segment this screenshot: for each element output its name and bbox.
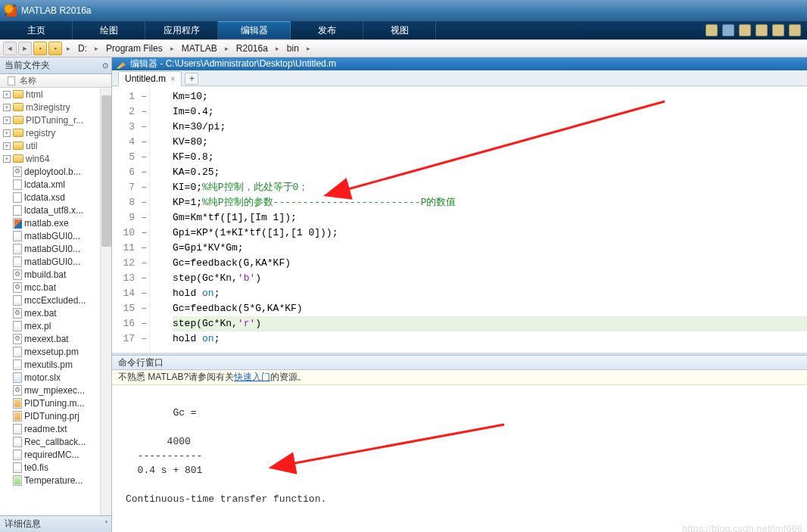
folder-icon [13, 154, 23, 163]
code-line[interactable]: KV=80; [173, 135, 807, 150]
folder-row[interactable]: +util [0, 139, 111, 152]
ribbon-tab-publish[interactable]: 发布 [291, 21, 363, 39]
ribbon-tab-plot[interactable]: 绘图 [73, 21, 145, 39]
file-row[interactable]: matlabGUI0... [0, 242, 111, 255]
nav-up-button[interactable]: ▪ [33, 42, 47, 55]
code-line[interactable]: Gc=feedback(G,KA*KF) [173, 256, 807, 271]
code-line[interactable]: step(Gc*Kn,'r') [173, 316, 807, 331]
expand-icon[interactable]: + [3, 129, 11, 137]
annotation-arrow-2 [226, 404, 512, 498]
folder-icon [13, 116, 23, 124]
file-row[interactable]: Rec_callback... [0, 435, 111, 448]
qa-icon-6[interactable] [789, 24, 801, 36]
file-row[interactable]: mw_mpiexec... [0, 384, 111, 397]
file-row[interactable]: mex.bat [0, 306, 111, 319]
ribbon-tab-home[interactable]: 主页 [0, 21, 73, 39]
chevron-right-icon: ▸ [92, 45, 101, 52]
file-row[interactable]: mexsetup.pm [0, 345, 111, 358]
file-row[interactable]: mbuild.bat [0, 268, 111, 281]
editor-file-tab[interactable]: Untitled.m × [118, 71, 182, 86]
file-row[interactable]: lcdata_utf8.x... [0, 204, 111, 216]
file-row[interactable]: lcdata.xsd [0, 191, 111, 204]
code-line[interactable]: hold on; [173, 331, 807, 347]
code-line[interactable]: G=Gpi*KV*Gm; [173, 241, 807, 256]
folder-row[interactable]: +win64 [0, 152, 111, 165]
breadcrumb-4[interactable]: bin [284, 42, 302, 55]
folder-row[interactable]: +html [0, 88, 111, 101]
file-name: requiredMC... [24, 450, 79, 460]
quick-start-link[interactable]: 快速入门 [234, 371, 270, 384]
ribbon-tab-view[interactable]: 视图 [363, 21, 436, 39]
copy-icon[interactable] [756, 24, 768, 36]
file-row[interactable]: mcc.bat [0, 281, 111, 294]
file-row[interactable]: deploytool.b... [0, 165, 111, 178]
code-line[interactable]: Km=10; [173, 89, 807, 104]
file-row[interactable]: te0.fis [0, 461, 111, 474]
paste-icon[interactable] [772, 24, 784, 36]
code-line[interactable]: KA=0.25; [173, 165, 807, 180]
scrollbar-thumb[interactable] [101, 95, 111, 247]
code-line[interactable]: KP=1;%纯P控制的参数-------------------------P的… [173, 195, 807, 210]
file-row[interactable]: mex.pl [0, 319, 111, 332]
gutter-line: 3– [112, 120, 149, 135]
new-tab-button[interactable]: + [185, 73, 198, 85]
breadcrumb-3[interactable]: R2016a [233, 42, 271, 55]
watermark-text: https://blog.csdn.net/lmf666 [682, 521, 802, 532]
expand-icon[interactable]: + [3, 104, 11, 111]
file-name: PIDTuning.m... [24, 398, 85, 409]
folder-row[interactable]: +PIDTuning_r... [0, 114, 111, 126]
breadcrumb-1[interactable]: Program Files [103, 42, 166, 55]
file-row[interactable]: mexext.bat [0, 332, 111, 345]
ribbon-tab-apps[interactable]: 应用程序 [145, 21, 218, 39]
file-row[interactable]: mccExcluded... [0, 294, 111, 306]
nav-back-button[interactable]: ◄ [3, 42, 17, 55]
file-icon [13, 475, 22, 486]
file-icon [13, 308, 22, 319]
code-line[interactable]: step(Gc*Kn,'b') [173, 271, 807, 286]
code-line[interactable]: KF=0.8; [173, 150, 807, 165]
code-line[interactable]: Gm=Km*tf([1],[Im 1]); [173, 210, 807, 226]
breadcrumb-0[interactable]: D: [75, 42, 90, 55]
save-icon[interactable] [722, 24, 734, 36]
breadcrumb-2[interactable]: MATLAB [179, 42, 220, 55]
code-line[interactable]: Kn=30/pi; [173, 120, 807, 135]
qa-icon-1[interactable] [706, 24, 718, 36]
file-row[interactable]: matlabGUI0... [0, 255, 111, 268]
file-name: mexsetup.pm [24, 347, 79, 357]
close-tab-icon[interactable]: × [170, 74, 175, 83]
expand-icon[interactable]: + [3, 155, 11, 163]
code-line[interactable]: Im=0.4; [173, 104, 807, 120]
gutter-line: 8– [112, 195, 149, 210]
code-line[interactable]: KI=0;%纯P控制，此处等于0； [173, 180, 807, 195]
file-row[interactable]: readme.txt [0, 422, 111, 435]
command-output[interactable]: Gc = 4000 ----------- 0.4 s + 801 Contin… [112, 385, 807, 532]
chevron-up-icon[interactable]: ˄ [104, 520, 108, 528]
file-row[interactable]: Temperature... [0, 474, 111, 487]
nav-fwd-button[interactable]: ► [18, 42, 32, 55]
scrollbar-track[interactable] [100, 88, 111, 515]
file-row[interactable]: lcdata.xml [0, 178, 111, 191]
pane-menu-icon[interactable]: ⊙ [102, 61, 108, 70]
nav-recent-button[interactable]: ▪ [48, 42, 62, 55]
folder-row[interactable]: +m3iregistry [0, 101, 111, 114]
file-row[interactable]: requiredMC... [0, 448, 111, 461]
expand-icon[interactable]: + [3, 117, 11, 124]
file-row[interactable]: motor.slx [0, 371, 111, 384]
file-row[interactable]: matlab.exe [0, 216, 111, 229]
file-column-header[interactable]: 名称 [0, 74, 111, 88]
expand-icon[interactable]: + [3, 91, 11, 98]
file-row[interactable]: PIDTuning.m... [0, 397, 111, 409]
expand-icon[interactable]: + [3, 142, 11, 150]
code-editor[interactable]: 1–2–3–4–5–6–7–8–9–10–11–12–13–14–15–16–1… [112, 86, 807, 355]
file-row[interactable]: PIDTuning.prj [0, 409, 111, 422]
cut-icon[interactable] [739, 24, 751, 36]
code-text-area[interactable]: Km=10;Im=0.4;Kn=30/pi;KV=80;KF=0.8;KA=0.… [150, 86, 807, 353]
file-row[interactable]: mexutils.pm [0, 358, 111, 371]
folder-row[interactable]: +registry [0, 126, 111, 139]
file-row[interactable]: matlabGUI0... [0, 229, 111, 242]
code-line[interactable]: Gpi=KP*(1+KI*tf([1],[1 0])); [173, 226, 807, 241]
code-line[interactable]: Gc=feedback(5*G,KA*KF) [173, 301, 807, 316]
code-line[interactable]: hold on; [173, 286, 807, 301]
column-name-label: 名称 [20, 75, 36, 86]
ribbon-tab-editor[interactable]: 编辑器 [218, 21, 291, 39]
